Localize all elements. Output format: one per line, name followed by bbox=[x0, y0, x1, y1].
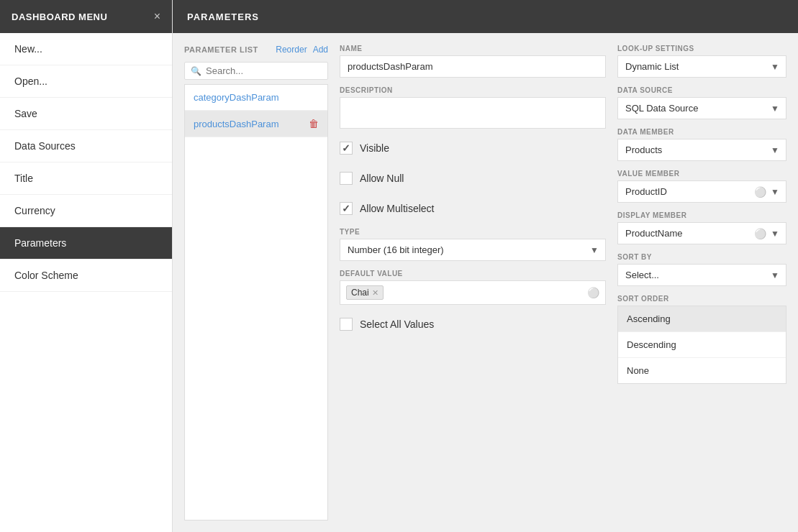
tag-remove-icon[interactable]: ✕ bbox=[372, 288, 378, 298]
data-member-select[interactable]: Products Categories Orders bbox=[617, 139, 786, 161]
type-select-wrapper: Number (16 bit integer) String Boolean D… bbox=[340, 239, 606, 261]
delete-icon[interactable]: 🗑 bbox=[309, 118, 319, 129]
name-input[interactable] bbox=[340, 55, 606, 78]
param-list-panel: PARAMETER LIST Reorder Add 🔍 categoryDas… bbox=[184, 45, 328, 520]
main-content: PARAMETER LIST Reorder Add 🔍 categoryDas… bbox=[173, 33, 798, 532]
name-label: NAME bbox=[340, 45, 606, 52]
select-all-checkbox-row: Select All Values bbox=[340, 313, 606, 335]
sort-by-select[interactable]: Select... ProductID ProductName bbox=[617, 264, 786, 286]
main-title: PARAMETERS bbox=[187, 12, 259, 22]
data-source-field-group: DATA SOURCE SQL Data Source JSON Data So… bbox=[617, 86, 786, 119]
right-panel: LOOK-UP SETTINGS Dynamic List Static Lis… bbox=[617, 45, 786, 520]
sort-order-list: Ascending Descending None bbox=[617, 306, 786, 384]
sort-order-descending[interactable]: Descending bbox=[618, 332, 786, 358]
default-value-box[interactable]: Chai ✕ ⚪ bbox=[340, 280, 606, 305]
allow-multiselect-checkbox[interactable]: ✓ bbox=[340, 202, 353, 215]
default-value-label: DEFAULT VALUE bbox=[340, 270, 606, 278]
add-button[interactable]: Add bbox=[313, 45, 328, 55]
value-member-field-group: VALUE MEMBER ProductID ProductName ⚪ ▼ bbox=[617, 170, 786, 203]
sort-order-label: SORT ORDER bbox=[617, 295, 786, 303]
description-label: DESCRIPTION bbox=[340, 86, 606, 94]
sort-order-field-group: SORT ORDER Ascending Descending None bbox=[617, 295, 786, 384]
clear-all-icon[interactable]: ⚪ bbox=[587, 287, 599, 298]
param-list-title: PARAMETER LIST bbox=[184, 45, 258, 54]
display-member-field-group: DISPLAY MEMBER ProductName ProductID ⚪ ▼ bbox=[617, 211, 786, 244]
sort-order-none[interactable]: None bbox=[618, 358, 786, 383]
default-value-tag: Chai ✕ bbox=[346, 285, 384, 300]
lookup-settings-label: LOOK-UP SETTINGS bbox=[617, 45, 786, 52]
sidebar-item-data-sources[interactable]: Data Sources bbox=[0, 130, 172, 162]
type-label: TYPE bbox=[340, 228, 606, 236]
display-member-label: DISPLAY MEMBER bbox=[617, 211, 786, 219]
param-item-category[interactable]: categoryDashParam bbox=[185, 85, 327, 111]
data-member-select-wrapper: Products Categories Orders ▼ bbox=[617, 139, 786, 161]
allow-null-label: Allow Null bbox=[360, 173, 404, 184]
sidebar-item-open[interactable]: Open... bbox=[0, 65, 172, 98]
allow-multiselect-label: Allow Multiselect bbox=[360, 203, 434, 214]
tag-label: Chai bbox=[351, 288, 369, 298]
value-member-clear-icon[interactable]: ⚪ bbox=[754, 186, 766, 198]
sort-by-label: SORT BY bbox=[617, 253, 786, 261]
select-all-checkbox[interactable] bbox=[340, 318, 353, 331]
visible-checkbox[interactable]: ✓ bbox=[340, 142, 353, 155]
default-value-field-group: DEFAULT VALUE Chai ✕ ⚪ bbox=[340, 270, 606, 305]
visible-checkmark: ✓ bbox=[342, 142, 350, 154]
param-list-header: PARAMETER LIST Reorder Add bbox=[184, 45, 328, 55]
display-member-select-wrapper: ProductName ProductID ⚪ ▼ bbox=[617, 222, 786, 244]
type-select[interactable]: Number (16 bit integer) String Boolean D… bbox=[340, 239, 606, 261]
display-member-clear-icon[interactable]: ⚪ bbox=[754, 228, 766, 239]
sort-order-ascending[interactable]: Ascending bbox=[618, 306, 786, 332]
visible-label: Visible bbox=[360, 142, 389, 154]
type-field-group: TYPE Number (16 bit integer) String Bool… bbox=[340, 228, 606, 261]
search-box: 🔍 bbox=[184, 62, 328, 80]
sidebar-item-color-scheme[interactable]: Color Scheme bbox=[0, 260, 172, 292]
sort-by-select-wrapper: Select... ProductID ProductName ▼ bbox=[617, 264, 786, 286]
data-member-field-group: DATA MEMBER Products Categories Orders ▼ bbox=[617, 128, 786, 161]
sidebar-item-parameters[interactable]: Parameters bbox=[0, 227, 172, 260]
param-item-products[interactable]: productsDashParam 🗑 bbox=[185, 111, 327, 137]
middle-panel: NAME DESCRIPTION ✓ Visible Allow Null bbox=[340, 45, 606, 520]
sidebar-item-save[interactable]: Save bbox=[0, 98, 172, 130]
multiselect-checkmark: ✓ bbox=[342, 203, 350, 214]
data-source-label: DATA SOURCE bbox=[617, 86, 786, 94]
select-all-label: Select All Values bbox=[360, 318, 434, 330]
sort-by-field-group: SORT BY Select... ProductID ProductName … bbox=[617, 253, 786, 286]
sidebar-item-title[interactable]: Title bbox=[0, 162, 172, 195]
allow-multiselect-checkbox-row: ✓ Allow Multiselect bbox=[340, 198, 606, 219]
param-items-list: categoryDashParam productsDashParam 🗑 bbox=[184, 84, 328, 520]
allow-null-checkbox-row: Allow Null bbox=[340, 168, 606, 189]
sidebar-close-button[interactable]: × bbox=[154, 10, 160, 23]
description-field-group: DESCRIPTION bbox=[340, 86, 606, 129]
name-field-group: NAME bbox=[340, 45, 606, 78]
lookup-type-select-wrapper: Dynamic List Static List None ▼ bbox=[617, 55, 786, 78]
visible-checkbox-row: ✓ Visible bbox=[340, 137, 606, 159]
search-icon: 🔍 bbox=[191, 66, 201, 76]
description-input[interactable] bbox=[340, 97, 606, 129]
data-member-label: DATA MEMBER bbox=[617, 128, 786, 136]
sidebar-header: DASHBOARD MENU × bbox=[0, 0, 172, 33]
data-source-select-wrapper: SQL Data Source JSON Data Source ▼ bbox=[617, 97, 786, 119]
search-input[interactable] bbox=[206, 65, 322, 76]
value-member-label: VALUE MEMBER bbox=[617, 170, 786, 178]
lookup-type-select[interactable]: Dynamic List Static List None bbox=[617, 55, 786, 78]
param-list-actions: Reorder Add bbox=[276, 45, 328, 55]
main-header: PARAMETERS bbox=[173, 0, 798, 33]
main-area: PARAMETERS PARAMETER LIST Reorder Add 🔍 … bbox=[173, 0, 798, 532]
sidebar-title: DASHBOARD MENU bbox=[12, 12, 107, 22]
allow-null-checkbox[interactable] bbox=[340, 172, 353, 185]
reorder-button[interactable]: Reorder bbox=[276, 45, 307, 55]
sidebar-item-new[interactable]: New... bbox=[0, 33, 172, 65]
value-member-select-wrapper: ProductID ProductName ⚪ ▼ bbox=[617, 180, 786, 203]
sidebar-item-currency[interactable]: Currency bbox=[0, 195, 172, 227]
lookup-type-field-group: LOOK-UP SETTINGS Dynamic List Static Lis… bbox=[617, 45, 786, 78]
sidebar: DASHBOARD MENU × New... Open... Save Dat… bbox=[0, 0, 173, 532]
data-source-select[interactable]: SQL Data Source JSON Data Source bbox=[617, 97, 786, 119]
